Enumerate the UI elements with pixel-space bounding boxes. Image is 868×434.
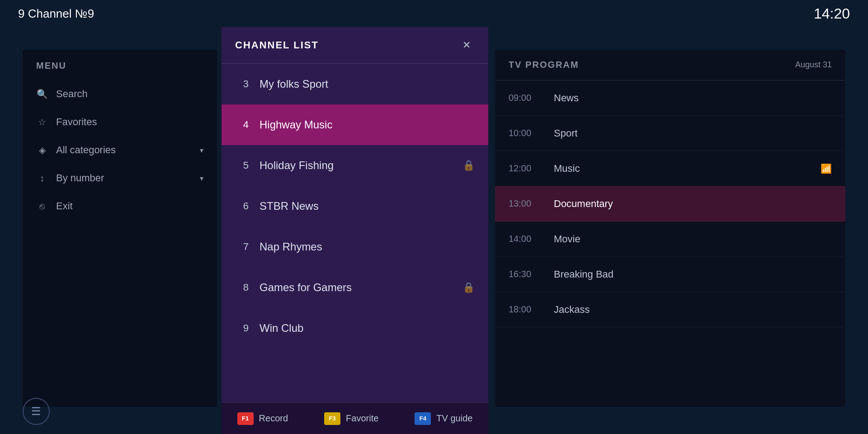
program-time: 16:30 xyxy=(509,269,540,279)
menu-icon: ☰ xyxy=(31,405,41,418)
program-name: Jackass xyxy=(554,304,832,316)
sidebar-item-favorites[interactable]: ☆Favorites xyxy=(23,108,217,136)
sidebar-item-exit-label: Exit xyxy=(56,200,73,212)
program-time: 12:00 xyxy=(509,163,540,174)
channel-name: Highway Music xyxy=(259,118,475,131)
clock: 14:20 xyxy=(814,5,850,22)
table-row[interactable]: 13:00Documentary xyxy=(495,186,845,222)
channel-name: STBR News xyxy=(259,200,475,212)
sidebar-item-favorites-label: Favorites xyxy=(56,116,97,128)
channel-number: 4 xyxy=(235,119,249,131)
chevron-down-icon: ▾ xyxy=(200,146,203,155)
footer-item-record[interactable]: F1Record xyxy=(237,412,288,425)
list-item[interactable]: 6STBR News xyxy=(222,186,488,226)
channel-label: 9 Channel №9 xyxy=(18,7,94,21)
program-time: 13:00 xyxy=(509,198,540,209)
by-number-icon: ↕ xyxy=(36,173,48,184)
program-name: Documentary xyxy=(554,198,832,210)
sidebar-item-all-categories[interactable]: ◈All categories▾ xyxy=(23,136,217,164)
program-time: 09:00 xyxy=(509,93,540,103)
footer-item-favorite[interactable]: F3Favorite xyxy=(324,412,378,425)
sidebar-item-by-number-label: By number xyxy=(56,172,104,184)
channel-list: 3My folks Sport4Highway Music5Holiday Fi… xyxy=(222,64,488,402)
program-name: Music xyxy=(554,163,807,175)
menu-panel: MENU 🔍Search☆Favorites◈All categories▾↕B… xyxy=(23,50,217,407)
program-name: News xyxy=(554,92,832,104)
table-row[interactable]: 12:00Music📶 xyxy=(495,151,845,186)
sidebar-item-all-categories-label: All categories xyxy=(56,144,116,156)
program-list: 09:00News10:00Sport12:00Music📶13:00Docum… xyxy=(495,80,845,327)
exit-icon: ⎋ xyxy=(36,201,48,212)
channel-number: 3 xyxy=(235,78,249,90)
program-name: Movie xyxy=(554,233,832,245)
chevron-down-icon: ▾ xyxy=(200,174,203,183)
channel-name: Games for Gamers xyxy=(259,281,452,294)
table-row[interactable]: 10:00Sport xyxy=(495,116,845,151)
all-categories-icon: ◈ xyxy=(36,145,48,156)
channel-number: 5 xyxy=(235,160,249,171)
sidebar-item-search[interactable]: 🔍Search xyxy=(23,80,217,108)
channel-number: 9 xyxy=(235,322,249,334)
channel-number: 6 xyxy=(235,200,249,212)
program-time: 10:00 xyxy=(509,128,540,138)
channel-name: My folks Sport xyxy=(259,78,475,90)
list-item[interactable]: 3My folks Sport xyxy=(222,64,488,104)
list-item[interactable]: 8Games for Gamers🔒 xyxy=(222,267,488,308)
channel-name: Win Club xyxy=(259,322,475,335)
program-name: Sport xyxy=(554,127,832,139)
search-icon: 🔍 xyxy=(36,89,48,99)
lock-icon: 🔒 xyxy=(462,160,475,171)
channel-number: 8 xyxy=(235,282,249,293)
menu-title: MENU xyxy=(23,50,217,80)
f-key-f3: F3 xyxy=(324,412,340,425)
top-bar: 9 Channel №9 14:20 xyxy=(0,0,868,27)
footer-label-record: Record xyxy=(259,413,288,424)
tv-program-date: August 31 xyxy=(795,60,832,70)
table-row[interactable]: 16:30Breaking Bad xyxy=(495,257,845,292)
program-time: 18:00 xyxy=(509,304,540,315)
footer-label-favorite: Favorite xyxy=(346,413,378,424)
table-row[interactable]: 14:00Movie xyxy=(495,222,845,257)
footer-label-tv guide: TV guide xyxy=(436,413,472,424)
program-name: Breaking Bad xyxy=(554,269,832,280)
tv-program-header: TV PROGRAM August 31 xyxy=(495,50,845,80)
list-item[interactable]: 4Highway Music xyxy=(222,104,488,145)
menu-button[interactable]: ☰ xyxy=(23,398,50,425)
list-item[interactable]: 5Holiday Fishing🔒 xyxy=(222,145,488,186)
sidebar-item-search-label: Search xyxy=(56,88,88,100)
list-item[interactable]: 7Nap Rhymes xyxy=(222,226,488,267)
tv-program-panel: TV PROGRAM August 31 09:00News10:00Sport… xyxy=(495,50,845,407)
sidebar-item-exit[interactable]: ⎋Exit xyxy=(23,192,217,220)
bar-chart-icon: 📶 xyxy=(821,163,832,174)
tv-program-title: TV PROGRAM xyxy=(509,60,579,70)
table-row[interactable]: 18:00Jackass xyxy=(495,292,845,327)
f-key-f1: F1 xyxy=(237,412,254,425)
program-time: 14:00 xyxy=(509,234,540,244)
close-button[interactable]: ✕ xyxy=(458,37,475,53)
channel-list-modal: CHANNEL LIST ✕ 3My folks Sport4Highway M… xyxy=(222,27,488,434)
modal-title: CHANNEL LIST xyxy=(235,39,319,51)
footer-bar: F1RecordF3FavoriteF4TV guide xyxy=(222,402,488,434)
table-row[interactable]: 09:00News xyxy=(495,80,845,116)
list-item[interactable]: 9Win Club xyxy=(222,308,488,349)
channel-name: Nap Rhymes xyxy=(259,241,475,253)
channel-name: Holiday Fishing xyxy=(259,159,452,172)
f-key-f4: F4 xyxy=(415,412,431,425)
channel-number: 7 xyxy=(235,241,249,253)
modal-header: CHANNEL LIST ✕ xyxy=(222,27,488,64)
lock-icon: 🔒 xyxy=(462,282,475,293)
favorites-icon: ☆ xyxy=(36,117,48,127)
footer-item-tv-guide[interactable]: F4TV guide xyxy=(415,412,472,425)
sidebar-item-by-number[interactable]: ↕By number▾ xyxy=(23,164,217,192)
